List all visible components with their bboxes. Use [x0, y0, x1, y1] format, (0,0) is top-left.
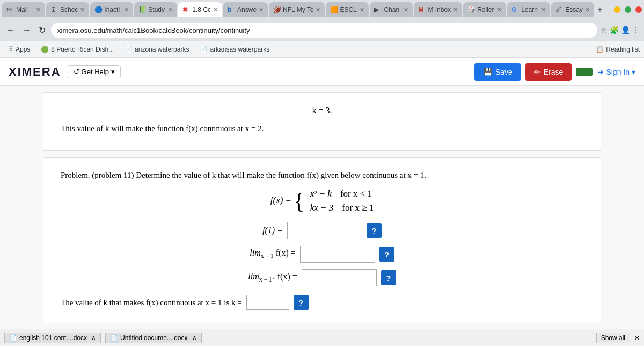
case2-cond: for x ≥ 1: [342, 203, 374, 213]
taskbar-item2-icon: 📄: [110, 334, 118, 342]
lim2-hint-button[interactable]: ?: [381, 270, 396, 285]
fx-eq-label: f(x) =: [270, 195, 294, 205]
taskbar-item1-chevron[interactable]: ∧: [91, 334, 96, 342]
case2-expr: kx − 3: [310, 203, 334, 213]
get-help-button[interactable]: ↺ Get Help ▾: [68, 65, 121, 78]
address-bar-icons: ☆ 🧩 👤 ⋮: [601, 26, 640, 34]
tab-escl-close[interactable]: ✕: [360, 6, 364, 13]
minimize-button[interactable]: [614, 6, 620, 13]
tab-sched[interactable]: 🗓 Schec ✕: [46, 2, 89, 17]
f1-input-row: f(1) = ?: [61, 222, 583, 239]
piecewise-cases: x² − k for x < 1 kx − 3 for x ≥ 1: [310, 189, 374, 213]
tab-mail-label: Mail: [16, 6, 34, 13]
apps-grid-icon: ⠿: [9, 46, 13, 53]
tab-essay[interactable]: 🖊 Essay ✕: [551, 2, 594, 17]
profile-icon[interactable]: 👤: [621, 26, 630, 34]
taskbar-item-2[interactable]: 📄 Untitled docume....docx ∧: [105, 333, 201, 343]
mytem-favicon: 🏈: [273, 6, 281, 13]
taskbar-item2-chevron[interactable]: ∧: [192, 334, 197, 342]
sched-favicon: 🗓: [50, 6, 58, 13]
lim-answer-input[interactable]: [300, 246, 375, 263]
extension-icon[interactable]: 🧩: [610, 26, 619, 34]
sign-in-button[interactable]: ➜ Sign In ▾: [597, 68, 635, 76]
bookmark-puerto-rican[interactable]: 🟢 8 Puerto Rican Dish...: [36, 45, 118, 54]
learn-favicon: G: [511, 6, 519, 13]
tab-chan-close[interactable]: ✕: [404, 6, 408, 13]
k-answer-input[interactable]: [246, 295, 289, 310]
tab-mytem[interactable]: 🏈 NFL My Te ✕: [269, 2, 325, 17]
back-button[interactable]: ←: [4, 24, 17, 36]
taskbar-item-1[interactable]: 📄 english 101 cont....docx ∧: [4, 333, 101, 343]
tab-answ-close[interactable]: ✕: [259, 6, 264, 13]
tab-mytem-close[interactable]: ✕: [316, 6, 320, 13]
show-all-button[interactable]: Show all: [596, 333, 630, 343]
arrow-right-icon: ➜: [597, 68, 604, 76]
tab-learn-label: Learn: [521, 6, 539, 13]
inbox-favicon: M: [418, 6, 426, 13]
tab-study[interactable]: 📗 Study ✕: [134, 2, 177, 17]
new-tab-button[interactable]: +: [595, 5, 604, 15]
tab-essay-close[interactable]: ✕: [585, 6, 590, 13]
taskbar-close-icon[interactable]: ✕: [634, 334, 640, 342]
piecewise-case-2: kx − 3 for x ≥ 1: [310, 203, 374, 213]
tab-roller-close[interactable]: ✕: [497, 6, 502, 13]
tab-mail-close[interactable]: ✕: [36, 6, 41, 13]
escl-favicon: 🟧: [330, 6, 338, 13]
continuous-text: This value of k will make the function f…: [61, 124, 583, 133]
tab-mytem-label: NFL My Te: [283, 6, 313, 13]
reading-list-button[interactable]: 📋 Reading list: [596, 46, 640, 53]
tab-study-close[interactable]: ✕: [168, 6, 173, 13]
tab-mail[interactable]: ✉ Mail ✕: [2, 2, 45, 17]
bookmarks-bar: ⠿ Apps 🟢 8 Puerto Rican Dish... 📄 arizon…: [0, 41, 644, 58]
tab-escl[interactable]: 🟧 ESCL ✕: [326, 2, 369, 17]
problem-bold-label: Problem.: [61, 171, 90, 179]
tab-roller-label: Roller: [477, 6, 495, 13]
tab-bar: ✉ Mail ✕ 🗓 Schec ✕ 🔵 Inacti ✕ 📗 Study ✕ …: [0, 0, 644, 19]
tab-calc-close[interactable]: ✕: [213, 6, 218, 13]
forward-button[interactable]: →: [20, 24, 33, 36]
header-right: 💾 Save ✏ Erase ➜ Sign In ▾: [474, 63, 635, 81]
star-icon[interactable]: ☆: [601, 26, 608, 34]
piecewise-function: f(x) = { x² − k for x < 1 kx − 3 for x ≥…: [61, 189, 583, 213]
maximize-button[interactable]: [625, 6, 631, 13]
browser-chrome: ✉ Mail ✕ 🗓 Schec ✕ 🔵 Inacti ✕ 📗 Study ✕ …: [0, 0, 644, 58]
tab-chan-label: Chan: [384, 6, 401, 13]
case1-expr: x² − k: [310, 189, 332, 199]
k-hint-button[interactable]: ?: [294, 295, 309, 310]
piecewise-case-1: x² − k for x < 1: [310, 189, 374, 199]
bookmark-apps[interactable]: ⠿ Apps: [4, 45, 34, 54]
puerto-rican-favicon: 🟢: [41, 46, 49, 53]
k-answer-text: The value of k that makes f(x) continuou…: [61, 298, 242, 307]
tab-sched-close[interactable]: ✕: [80, 6, 85, 13]
problem-label: Problem. (problem 11) Determine the valu…: [61, 171, 583, 180]
f1-answer-input[interactable]: [287, 222, 362, 239]
tab-inbox-close[interactable]: ✕: [453, 6, 458, 13]
tab-calc-active[interactable]: ✖ 1.8 Cc ✕: [178, 2, 222, 17]
bookmark-arizona[interactable]: 📄 arizona waterparks: [120, 45, 193, 54]
tab-inbox[interactable]: M M Inbox ✕: [414, 2, 462, 17]
tab-answ[interactable]: b Answe ✕: [223, 2, 268, 17]
tab-roller[interactable]: 🎲 Roller ✕: [463, 2, 506, 17]
f1-hint-button[interactable]: ?: [367, 223, 382, 238]
close-button[interactable]: [635, 6, 642, 13]
tab-calc-label: 1.8 Cc: [192, 6, 211, 13]
settings-icon[interactable]: ⋮: [632, 26, 640, 34]
tab-inact-close[interactable]: ✕: [124, 6, 129, 13]
window-controls: [614, 6, 642, 13]
lim-hint-button[interactable]: ?: [379, 247, 394, 262]
tab-inact[interactable]: 🔵 Inacti ✕: [90, 2, 133, 17]
tab-learn[interactable]: G Learn ✕: [507, 2, 550, 17]
tab-inact-label: Inacti: [104, 6, 122, 13]
lim2-answer-input[interactable]: [302, 269, 377, 286]
save-button[interactable]: 💾 Save: [474, 63, 521, 81]
tab-learn-close[interactable]: ✕: [541, 6, 546, 13]
erase-button[interactable]: ✏ Erase: [525, 63, 572, 81]
bookmark-arkansas[interactable]: 📄 arkansas waterparks: [195, 45, 274, 54]
lim2-notation: limx→1⁺ f(x) =: [248, 272, 297, 284]
tab-chan[interactable]: ▶ Chan ✕: [370, 2, 413, 17]
address-input[interactable]: [51, 23, 597, 38]
essay-favicon: 🖊: [555, 6, 563, 13]
green-action-button[interactable]: [576, 68, 593, 76]
inact-favicon: 🔵: [94, 6, 102, 13]
refresh-button[interactable]: ↻: [36, 24, 48, 37]
